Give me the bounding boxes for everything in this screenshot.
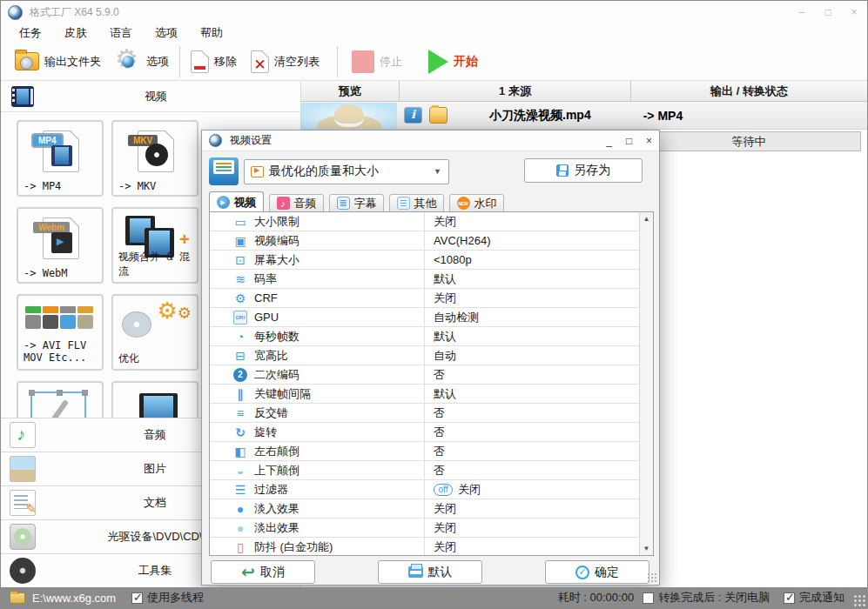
app-icon <box>8 5 23 20</box>
setting-row-filter[interactable]: 过滤器 off关闭 <box>210 480 653 499</box>
flip-vertical-icon <box>233 464 247 478</box>
setting-row-fade-out[interactable]: 淡出效果 关闭 <box>210 519 653 538</box>
fade-in-icon <box>233 502 247 516</box>
setting-row-two-pass[interactable]: 2二次编码 否 <box>210 365 653 385</box>
preset-label: 最优化的质量和大小 <box>269 164 379 179</box>
start-button[interactable]: 开始 <box>421 44 485 79</box>
setting-row-fps[interactable]: 每秒帧数 默认 <box>210 327 653 346</box>
stop-button[interactable]: 停止 <box>345 44 409 79</box>
ruler-icon <box>233 215 247 229</box>
multithread-checkbox[interactable] <box>131 592 143 604</box>
notify-checkbox[interactable] <box>784 592 795 604</box>
column-source[interactable]: 1 来源 <box>400 81 631 101</box>
card-optimize[interactable]: 优化 <box>111 294 198 371</box>
aspect-icon <box>233 349 247 363</box>
folder-icon <box>10 592 25 604</box>
other-tab-icon <box>397 197 410 210</box>
close-button[interactable]: × <box>841 2 867 23</box>
resize-grip[interactable] <box>853 594 865 606</box>
menu-options[interactable]: 选项 <box>144 25 189 41</box>
menu-language[interactable]: 语言 <box>98 25 144 41</box>
status-badge: 等待中 <box>636 131 861 151</box>
gpu-icon: GPU <box>233 311 247 325</box>
column-output-status[interactable]: 输出 / 转换状态 <box>631 81 867 101</box>
toolbar-separator <box>179 46 180 77</box>
save-as-button[interactable]: 另存为 <box>524 158 643 183</box>
card-to-webm[interactable]: Webm -> WebM <box>17 207 104 284</box>
card-to-avi-flv-mov[interactable]: -> AVI FLV MOV Etc... <box>17 294 104 371</box>
task-row[interactable]: 小刀洗澡视频.mp4 -> MP4 <box>301 102 867 130</box>
setting-row-deinterlace[interactable]: 反交错 否 <box>210 404 653 423</box>
shutdown-checkbox[interactable] <box>643 592 654 604</box>
menu-skin[interactable]: 皮肤 <box>53 25 98 41</box>
inbox-icon <box>209 157 239 185</box>
toolbar: 输出文件夹 选项 移除 清空列表 停止 开始 <box>1 43 867 81</box>
setting-row-size-limit[interactable]: 大小限制 关闭 <box>210 212 653 231</box>
info-icon[interactable] <box>404 107 422 124</box>
card-to-mp4[interactable]: MP4 -> MP4 <box>17 120 104 197</box>
cancel-button[interactable]: ↩ 取消 <box>211 560 315 584</box>
menu-help[interactable]: 帮助 <box>189 25 234 41</box>
setting-row-stabilize[interactable]: 防抖 (白金功能) 关闭 <box>210 538 653 556</box>
check-icon: ✓ <box>575 566 589 579</box>
remove-button[interactable]: 移除 <box>184 44 244 79</box>
setting-row-flip-horizontal[interactable]: 左右颠倒 否 <box>210 442 653 461</box>
setting-row-crf[interactable]: CRF 关闭 <box>210 289 653 308</box>
options-button[interactable]: 选项 <box>108 44 176 79</box>
dialog-titlebar: 视频设置 _ □ × <box>202 130 659 151</box>
setting-row-keyframe-interval[interactable]: 关键帧间隔 默认 <box>210 385 653 404</box>
multithread-label: 使用多线程 <box>147 590 204 606</box>
optimize-icon <box>122 311 151 338</box>
output-folder-button[interactable]: 输出文件夹 <box>8 44 108 79</box>
setting-row-flip-vertical[interactable]: 上下颠倒 否 <box>210 461 653 480</box>
dialog-minimize-button[interactable]: _ <box>599 132 619 150</box>
tab-video[interactable]: 视频 <box>209 191 264 212</box>
setting-row-aspect-ratio[interactable]: 宽高比 自动 <box>210 346 653 365</box>
clear-list-button[interactable]: 清空列表 <box>244 44 326 79</box>
sidebar-header-video[interactable]: 视频 <box>1 81 300 112</box>
menu-task[interactable]: 任务 <box>8 25 53 41</box>
floppy-icon <box>556 164 569 177</box>
tab-audio[interactable]: 音频 <box>269 194 324 212</box>
video-tab-icon <box>217 196 230 209</box>
tab-watermark[interactable]: 水印 <box>449 194 504 212</box>
dialog-resize-grip[interactable] <box>647 572 657 583</box>
deinterlace-icon <box>233 406 247 420</box>
crf-gear-icon <box>233 291 247 305</box>
scroll-down-icon[interactable]: ▼ <box>640 545 653 552</box>
setting-row-bitrate[interactable]: 码率 默认 <box>210 270 653 289</box>
default-button[interactable]: 默认 <box>378 560 482 584</box>
setting-row-gpu[interactable]: GPUGPU 自动检测 <box>210 308 653 327</box>
dialog-close-button[interactable]: × <box>639 132 659 150</box>
setting-row-screen-size[interactable]: 屏幕大小 <1080p <box>210 251 653 270</box>
ok-button[interactable]: ✓ 确定 <box>545 560 649 584</box>
minimize-button[interactable]: – <box>789 2 815 23</box>
tab-subtitle[interactable]: 字幕 <box>329 194 384 212</box>
maximize-button[interactable]: □ <box>815 2 841 23</box>
stabilize-icon <box>233 540 247 554</box>
mkv-file-icon: MKV <box>138 130 174 172</box>
setting-row-fade-in[interactable]: 淡入效果 关闭 <box>210 499 653 519</box>
dialog-title: 视频设置 <box>230 133 272 148</box>
scrollbar[interactable]: ▲ ▼ <box>639 212 653 555</box>
open-folder-icon[interactable] <box>429 107 447 124</box>
card-to-mkv[interactable]: MKV -> MKV <box>111 120 198 197</box>
dialog-maximize-button[interactable]: □ <box>619 132 639 150</box>
webm-file-icon: Webm <box>43 218 79 259</box>
off-badge: off <box>434 484 453 496</box>
card-video-merge[interactable]: + 视频合并 & 混流 <box>111 207 198 284</box>
column-preview[interactable]: 预览 <box>301 81 400 101</box>
picture-icon <box>10 456 36 482</box>
tab-other[interactable]: 其他 <box>389 194 444 212</box>
keyframe-icon <box>233 387 247 401</box>
setting-row-rotate[interactable]: 旋转 否 <box>210 423 653 442</box>
fade-out-icon <box>233 521 247 535</box>
preview-thumbnail <box>301 103 397 129</box>
scroll-up-icon[interactable]: ▲ <box>640 215 653 223</box>
setting-row-video-codec[interactable]: 视频编码 AVC(H264) <box>210 231 653 251</box>
dialog-tabs: 视频 音频 字幕 其他 水印 <box>209 191 504 212</box>
preset-dropdown[interactable]: 最优化的质量和大小 ▼ <box>244 159 449 184</box>
output-path[interactable]: E:\www.x6g.com <box>32 592 116 605</box>
audio-icon <box>10 422 36 448</box>
chip-icon <box>233 234 247 248</box>
